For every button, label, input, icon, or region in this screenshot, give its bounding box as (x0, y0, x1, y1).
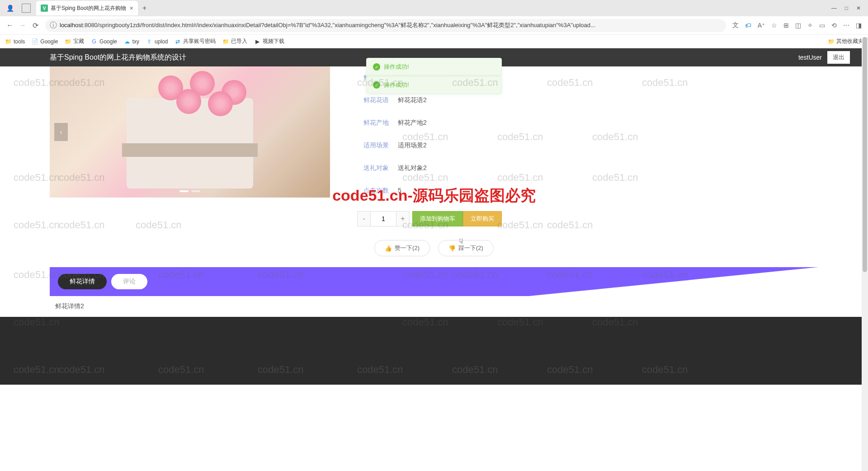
bookmark-treasure[interactable]: 📁宝藏 (64, 38, 84, 45)
logout-button[interactable]: 退出 (827, 51, 850, 64)
info-value: 鲜花花语2 (398, 96, 427, 104)
folder-icon: 📁 (64, 38, 71, 45)
toast-success: ✓ 操作成功! (366, 58, 502, 76)
address-actions: 文 🏷 A⁺ ☆ ⊞ ◫ ✧ ▭ ⟲ ⋯ ◨ (730, 21, 864, 29)
tag-icon[interactable]: 🏷 (745, 22, 751, 29)
bookmark-google2[interactable]: GGoogle (90, 38, 117, 45)
video-icon: ▶ (254, 38, 261, 45)
maximize-icon[interactable]: □ (845, 5, 848, 11)
upvote-button[interactable]: 👍 赞一下(2) (374, 240, 430, 256)
qty-input[interactable] (371, 211, 396, 226)
carousel-dot[interactable] (191, 190, 200, 192)
quantity-row: - + 添加到购物车 立即购买 (357, 211, 818, 226)
info-label: 适用场景 (357, 141, 389, 150)
tab-content: 鲜花详情2 (50, 296, 818, 317)
forward-button: → (16, 21, 29, 29)
info-label: 鲜花花语 (357, 96, 389, 104)
tab-details[interactable]: 鲜花详情 (58, 274, 107, 289)
back-button[interactable]: ← (4, 21, 16, 29)
close-window-icon[interactable]: ✕ (856, 5, 861, 11)
share-icon: ⇄ (174, 38, 181, 45)
downvote-button[interactable]: 👎 踩一下(2) (438, 240, 494, 256)
toast-success: ✓ 操作成功! (366, 76, 502, 94)
address-bar: ← → ⟳ ⓘ localhost:8080/springbooty1zdi/f… (0, 16, 868, 34)
collections-icon[interactable]: ✧ (807, 22, 813, 29)
bookmark-txy[interactable]: ☁txy (123, 38, 139, 45)
profile-icon[interactable]: 👤 (5, 3, 15, 14)
browser-tab[interactable]: V 基于Sping Boot的网上花卉购物 × (36, 1, 138, 15)
downvote-label: 踩一下(2) (458, 244, 483, 252)
extensions-icon[interactable]: ⊞ (783, 22, 789, 29)
scrollbar-thumb[interactable] (863, 37, 867, 272)
info-row-scene: 适用场景 适用场景2 (357, 134, 818, 157)
bookmark-share[interactable]: ⇄共享账号密码 (174, 38, 216, 45)
upvote-label: 赞一下(2) (395, 244, 420, 252)
favorite-icon[interactable]: ☆ (771, 22, 777, 29)
bookmark-bar: 📁tools 📄Google 📁宝藏 GGoogle ☁txy ⇧uplod ⇄… (0, 34, 868, 48)
folder-icon: 📁 (827, 38, 835, 45)
carousel-dots (179, 190, 200, 192)
url-input[interactable]: ⓘ localhost:8080/springbooty1zdi/front/d… (45, 19, 726, 32)
carousel-prev-button[interactable]: ‹ (54, 123, 68, 141)
bookmark-video[interactable]: ▶视频下载 (254, 38, 284, 45)
ribbon (122, 143, 258, 157)
upload-icon: ⇧ (146, 38, 153, 45)
user-name[interactable]: testUser (798, 54, 822, 61)
check-icon: ✓ (373, 81, 380, 89)
reading-icon[interactable]: ▭ (819, 22, 825, 29)
info-value: 5 (398, 187, 401, 194)
bookmark-google[interactable]: 📄Google (31, 38, 58, 45)
info-row-origin: 鲜花产地 鲜花产地2 (357, 112, 818, 134)
tab-overview-icon[interactable] (22, 4, 31, 13)
check-icon: ✓ (373, 63, 380, 71)
page-title: 基于Sping Boot的网上花卉购物系统的设计 (50, 53, 186, 62)
scrollbar-vertical[interactable] (862, 37, 868, 385)
info-row-clicks: 点击次数 5 (357, 179, 818, 202)
url-text: localhost:8080/springbooty1zdi/front/dis… (60, 21, 595, 29)
info-value: 鲜花产地2 (398, 119, 427, 127)
add-to-cart-button[interactable]: 添加到购物车 (412, 211, 463, 226)
bookmark-uplod[interactable]: ⇧uplod (146, 38, 168, 45)
product-carousel[interactable]: ‹ (50, 66, 330, 198)
refresh-button[interactable]: ⟳ (29, 21, 42, 30)
qty-increase-button[interactable]: + (396, 211, 410, 226)
info-value: 送礼对象2 (398, 164, 427, 172)
toast-message: 操作成功! (384, 81, 409, 89)
toast-message: 操作成功! (384, 63, 409, 71)
folder-icon: 📁 (5, 38, 12, 45)
content: ‹ 鲜花规格 鲜花规格2 鲜花花语 鲜花花语2 鲜花产地 鲜花产地2 适用场景 … (0, 66, 868, 385)
info-value: 适用场景2 (398, 141, 427, 150)
bookmark-tools[interactable]: 📁tools (5, 38, 25, 45)
minimize-icon[interactable]: — (831, 5, 837, 11)
sync-icon[interactable]: ⟲ (831, 22, 837, 29)
buy-now-button[interactable]: 立即购买 (463, 211, 502, 226)
tab-title: 基于Sping Boot的网上花卉购物 (51, 5, 126, 12)
carousel-dot[interactable] (179, 190, 189, 192)
tabs-section: 鲜花详情 评论 鲜花详情2 (50, 267, 818, 317)
rose-icon (208, 91, 233, 116)
text-size-icon[interactable]: A⁺ (758, 22, 765, 29)
bookmark-other[interactable]: 📁其他收藏夹 (827, 38, 863, 45)
thumbs-up-icon: 👍 (385, 245, 392, 252)
browser-chrome: 👤 V 基于Sping Boot的网上花卉购物 × + — □ ✕ ← → ⟳ … (0, 0, 868, 48)
split-icon[interactable]: ◫ (795, 22, 801, 29)
sidebar-icon[interactable]: ◨ (856, 22, 862, 29)
qty-decrease-button[interactable]: - (357, 211, 371, 226)
tab-close-icon[interactable]: × (130, 5, 133, 12)
rose-icon (176, 89, 201, 114)
translate-icon[interactable]: 文 (732, 21, 739, 29)
tabs-bar: 鲜花详情 评论 (50, 267, 818, 296)
bookmark-imported[interactable]: 📁已导入 (222, 38, 247, 45)
new-tab-button[interactable]: + (138, 4, 151, 12)
tab-bar: 👤 V 基于Sping Boot的网上花卉购物 × + — □ ✕ (0, 0, 868, 16)
more-icon[interactable]: ⋯ (843, 22, 849, 29)
cloud-icon: ☁ (123, 38, 131, 45)
info-row-recipient: 送礼对象 送礼对象2 (357, 157, 818, 179)
vote-row: 👍 赞一下(2) 👎 踩一下(2) (0, 240, 868, 256)
folder-icon: 📁 (222, 38, 229, 45)
tab-comments[interactable]: 评论 (111, 274, 147, 289)
info-label: 鲜花产地 (357, 119, 389, 127)
window-controls: — □ ✕ (831, 5, 866, 11)
info-icon[interactable]: ⓘ (50, 21, 57, 30)
info-label: 送礼对象 (357, 164, 389, 172)
